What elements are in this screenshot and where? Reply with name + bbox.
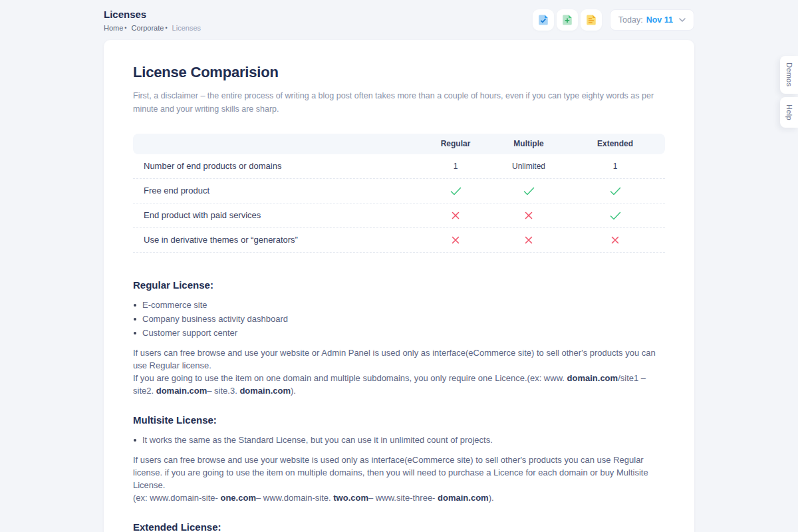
table-row: Free end product	[133, 179, 665, 203]
column-header-multiple: Multiple	[492, 139, 565, 148]
cross-icon	[525, 236, 533, 244]
date-prefix-label: Today:	[618, 15, 643, 25]
chevron-down-icon	[679, 18, 686, 22]
extended-license-heading: Extended License:	[133, 521, 665, 532]
multisite-license-list: It works the same as the Standard Licens…	[133, 436, 665, 445]
cross-icon	[452, 236, 460, 244]
license-comparison-table: Regular Multiple Extended Number of end …	[133, 134, 665, 253]
file-check-icon	[537, 14, 549, 26]
cross-icon	[611, 236, 619, 244]
file-lines-icon	[585, 14, 597, 26]
cross-icon	[452, 211, 460, 219]
topbar: Licenses Home • Corporate • Licenses	[104, 0, 694, 40]
file-add-icon	[561, 14, 573, 26]
table-cell: Unlimited	[492, 162, 565, 171]
table-cell: 1	[565, 162, 665, 171]
list-item: Company business activity dashboard	[133, 315, 665, 324]
file-lines-button[interactable]	[581, 9, 602, 31]
list-item: Customer support center	[133, 329, 665, 338]
row-label: End product with paid services	[133, 210, 419, 220]
side-tab-demos[interactable]: Demos	[780, 56, 798, 94]
bold-text: two.com	[333, 493, 368, 503]
column-header-regular: Regular	[419, 139, 492, 148]
side-tab-help[interactable]: Help	[780, 97, 798, 128]
date-picker-button[interactable]: Today: Nov 11	[610, 9, 694, 31]
table-cell	[492, 186, 565, 195]
table-cell	[419, 211, 492, 220]
table-row: Use in derivative themes or “generators”	[133, 228, 665, 253]
multisite-license-section: Multisite License: It works the same as …	[133, 414, 665, 504]
table-cell	[492, 235, 565, 245]
check-icon	[610, 187, 621, 196]
breadcrumb-home[interactable]: Home	[104, 24, 123, 32]
breadcrumb-current: Licenses	[172, 24, 201, 32]
disclaimer-text: First, a disclaimer – the entire process…	[133, 89, 665, 116]
table-cell	[419, 235, 492, 245]
list-item: It works the same as the Standard Licens…	[133, 436, 665, 445]
table-cell: 1	[419, 162, 492, 171]
page-title: Licenses	[104, 9, 201, 20]
bold-text: domain.com	[567, 373, 618, 383]
bold-text: one.com	[220, 493, 255, 503]
check-icon	[610, 211, 621, 220]
table-cell	[565, 186, 665, 195]
row-label: Free end product	[133, 186, 419, 196]
regular-license-section: Regular License: E-commerce site Company…	[133, 279, 665, 397]
regular-license-list: E-commerce site Company business activit…	[133, 301, 665, 338]
table-row: End product with paid services	[133, 203, 665, 228]
breadcrumb-corporate[interactable]: Corporate	[132, 24, 164, 32]
table-cell	[492, 211, 565, 220]
table-cell	[565, 235, 665, 245]
licenses-page: { "colors": { "page_bg": "#f3f5f9", "car…	[0, 0, 798, 532]
topbar-actions: Today: Nov 11	[533, 9, 694, 31]
breadcrumb-separator: •	[165, 25, 167, 31]
bold-text: domain.com	[156, 386, 207, 396]
breadcrumb: Home • Corporate • Licenses	[104, 24, 201, 32]
check-icon	[523, 187, 535, 196]
check-icon	[450, 187, 462, 196]
breadcrumb-separator: •	[124, 25, 126, 31]
topbar-left: Licenses Home • Corporate • Licenses	[104, 9, 201, 32]
table-cell	[419, 186, 492, 195]
column-header-extended: Extended	[565, 139, 665, 148]
bold-text: domain.com	[438, 493, 489, 503]
list-item: E-commerce site	[133, 301, 665, 310]
date-value: Nov 11	[646, 15, 673, 25]
row-label: Number of end products or domains	[133, 161, 419, 171]
regular-license-paragraph: If users can free browse and use your we…	[133, 346, 665, 397]
bold-text: domain.com	[239, 386, 291, 396]
multisite-license-heading: Multisite License:	[133, 414, 665, 426]
content-heading: License Comparision	[133, 64, 665, 81]
table-cell	[565, 210, 665, 219]
file-add-button[interactable]	[557, 9, 578, 31]
regular-license-heading: Regular License:	[133, 279, 665, 291]
cross-icon	[525, 211, 533, 219]
multisite-license-paragraph: If users can free browse and use your we…	[133, 454, 665, 504]
table-header-row: Regular Multiple Extended	[133, 134, 665, 154]
file-check-button[interactable]	[533, 9, 554, 31]
table-row: Number of end products or domains 1 Unli…	[133, 154, 665, 179]
row-label: Use in derivative themes or “generators”	[133, 235, 419, 245]
content-card: License Comparision First, a disclaimer …	[104, 40, 694, 532]
extended-license-section: Extended License:	[133, 521, 665, 532]
